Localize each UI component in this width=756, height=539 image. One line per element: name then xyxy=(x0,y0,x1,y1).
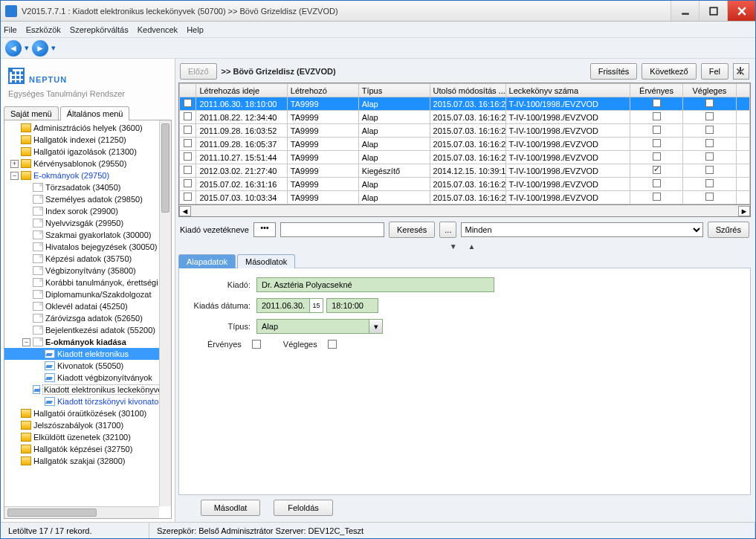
tree-expander[interactable] xyxy=(34,374,42,382)
tree-expander[interactable] xyxy=(10,457,19,465)
table-row[interactable]: 2015.07.02. 16:31:16TA9999Alap2015.07.03… xyxy=(180,178,750,191)
col-header[interactable]: Végleges xyxy=(683,84,736,97)
tree-item[interactable]: Kiadott törzskönyvi kivonatok xyxy=(4,396,171,407)
refresh-button[interactable]: Frissítés xyxy=(590,63,638,80)
search-more-button[interactable]: ... xyxy=(439,222,456,238)
side-tab-own[interactable]: Saját menü xyxy=(4,106,59,120)
table-row[interactable]: 2012.03.02. 21:27:40TA9999Kiegészítő2014… xyxy=(180,164,750,178)
vegleges-cell-checkbox[interactable] xyxy=(705,179,714,187)
col-header[interactable]: Érvényes xyxy=(630,84,682,97)
row-checkbox[interactable] xyxy=(184,139,192,147)
row-checkbox[interactable] xyxy=(184,112,192,120)
tree-item[interactable]: Kiadott végbizonyítványok xyxy=(4,372,171,384)
table-row[interactable]: 2011.06.30. 18:10:00TA9999Alap2015.07.03… xyxy=(180,97,750,111)
table-row[interactable]: 2011.10.27. 15:51:44TA9999Alap2015.07.03… xyxy=(180,151,750,164)
ervenyes-cell-checkbox[interactable] xyxy=(653,179,661,187)
table-row[interactable]: 2011.09.28. 16:03:52TA9999Alap2015.07.03… xyxy=(180,124,750,138)
table-row[interactable]: 2015.07.03. 10:03:34TA9999Alap2015.07.03… xyxy=(180,191,750,204)
nav-forward-button[interactable]: ► xyxy=(32,40,48,57)
tree[interactable]: Adminisztrációs helyek (3600) Hallgatók … xyxy=(4,120,171,518)
tree-item[interactable]: Kiadott elektronikus leckekönyvek xyxy=(4,384,171,396)
calendar-icon[interactable]: 15 xyxy=(309,299,323,312)
col-header[interactable]: Létrehozás ideje xyxy=(196,84,287,97)
ervenyes-cell-checkbox[interactable] xyxy=(653,99,661,107)
vegleges-cell-checkbox[interactable] xyxy=(705,99,714,107)
ervenyes-cell-checkbox[interactable] xyxy=(653,112,661,120)
vegleges-checkbox[interactable] xyxy=(328,340,337,349)
vegleges-cell-checkbox[interactable] xyxy=(705,112,714,120)
tree-item[interactable]: Oklevél adatai (45250) xyxy=(4,300,171,312)
tree-item[interactable]: Index sorok (29900) xyxy=(4,205,171,217)
prev-button[interactable]: Előző xyxy=(180,63,217,80)
table-row[interactable]: 2011.08.22. 12:34:40TA9999Alap2015.07.03… xyxy=(180,111,750,124)
tree-expander[interactable] xyxy=(22,291,30,299)
tree-item[interactable]: Hivatalos bejegyzések (30050) xyxy=(4,241,171,253)
vegleges-cell-checkbox[interactable] xyxy=(705,193,714,201)
menu-role[interactable]: Szerepkörváltás xyxy=(70,25,129,34)
tree-expander[interactable] xyxy=(22,279,30,287)
nav-forward-dropdown[interactable]: ▾ xyxy=(50,40,57,57)
tree-expander[interactable] xyxy=(22,196,30,204)
side-tab-general[interactable]: Általános menü xyxy=(60,106,130,120)
tree-item[interactable]: Elküldött üzenetek (32100) xyxy=(4,431,171,443)
col-header[interactable] xyxy=(180,84,196,97)
tree-item[interactable]: Adminisztrációs helyek (3600) xyxy=(4,122,171,134)
tree-expander[interactable]: − xyxy=(10,172,19,180)
nav-back-button[interactable]: ◄ xyxy=(5,40,22,57)
tree-expander[interactable] xyxy=(34,350,42,358)
tree-item[interactable]: Kivonatok (55050) xyxy=(4,360,171,372)
row-checkbox[interactable] xyxy=(184,179,192,187)
ervenyes-cell-checkbox[interactable] xyxy=(653,193,661,201)
tree-expander[interactable] xyxy=(22,326,30,335)
up-button[interactable]: Fel xyxy=(701,63,728,80)
col-header[interactable]: Típus xyxy=(358,84,430,97)
vegleges-cell-checkbox[interactable] xyxy=(705,126,714,134)
row-checkbox[interactable] xyxy=(184,126,192,134)
row-checkbox[interactable] xyxy=(184,152,192,161)
tree-item[interactable]: Kiadott elektronikus xyxy=(4,348,171,360)
tree-expander[interactable] xyxy=(10,124,19,132)
tree-item[interactable]: −E-okmányok (29750) xyxy=(4,170,171,181)
tipus-select[interactable]: Alap ▾ xyxy=(256,319,383,334)
col-header[interactable]: Leckekönyv száma xyxy=(505,84,630,97)
table-row[interactable]: 2011.09.28. 16:05:37TA9999Alap2015.07.03… xyxy=(180,138,750,151)
tree-item[interactable]: −E-okmányok kiadása xyxy=(4,336,171,348)
menu-help[interactable]: Help xyxy=(187,25,204,34)
nav-back-dropdown[interactable]: ▾ xyxy=(23,40,30,57)
tree-expander[interactable] xyxy=(22,184,30,192)
ervenyes-cell-checkbox[interactable] xyxy=(653,139,661,147)
tree-item[interactable]: Hallgatók szakjai (32800) xyxy=(4,455,171,467)
tree-scrollbar-h[interactable] xyxy=(4,506,159,518)
tree-item[interactable]: Bejelentkezési adatok (55200) xyxy=(4,324,171,336)
vegleges-cell-checkbox[interactable] xyxy=(705,152,714,161)
tree-item[interactable]: Hallgatói óraütközések (30100) xyxy=(4,407,171,419)
grid-scrollbar-h[interactable]: ◄ ► xyxy=(178,205,751,217)
tree-expander[interactable] xyxy=(25,386,30,394)
ervenyes-checkbox[interactable] xyxy=(252,340,261,349)
tree-item[interactable]: Képzési adatok (35750) xyxy=(4,253,171,265)
feloldas-button[interactable]: Feloldás xyxy=(274,500,333,516)
tree-expander[interactable] xyxy=(10,148,19,156)
filter-button[interactable]: Szűrés xyxy=(708,222,749,238)
search-button[interactable]: Keresés xyxy=(389,222,435,238)
menu-tools[interactable]: Eszközök xyxy=(26,25,61,34)
tree-expander[interactable] xyxy=(34,398,42,406)
tree-item[interactable]: Záróvizsga adatok (52650) xyxy=(4,312,171,324)
col-header-extra[interactable] xyxy=(736,84,749,97)
tree-expander[interactable] xyxy=(22,314,30,323)
tree-item[interactable]: Hallgatók indexei (21250) xyxy=(4,134,171,146)
col-header[interactable]: Utolsó módosítás ... xyxy=(430,84,505,97)
ervenyes-cell-checkbox[interactable] xyxy=(653,166,661,174)
tree-item[interactable]: Törzsadatok (34050) xyxy=(4,181,171,193)
minimize-button[interactable] xyxy=(671,1,699,21)
row-checkbox[interactable] xyxy=(184,193,192,201)
menu-fav[interactable]: Kedvencek xyxy=(138,25,178,34)
tree-expander[interactable] xyxy=(22,243,30,251)
tree-expander[interactable] xyxy=(10,445,19,454)
tree-item[interactable]: Személyes adatok (29850) xyxy=(4,193,171,205)
tree-item[interactable]: Hallgatói igazolások (21300) xyxy=(4,146,171,158)
tree-item[interactable]: Szakmai gyakorlatok (30000) xyxy=(4,229,171,241)
ervenyes-cell-checkbox[interactable] xyxy=(653,152,661,161)
tree-expander[interactable] xyxy=(22,231,30,239)
tree-expander[interactable]: − xyxy=(22,338,30,346)
